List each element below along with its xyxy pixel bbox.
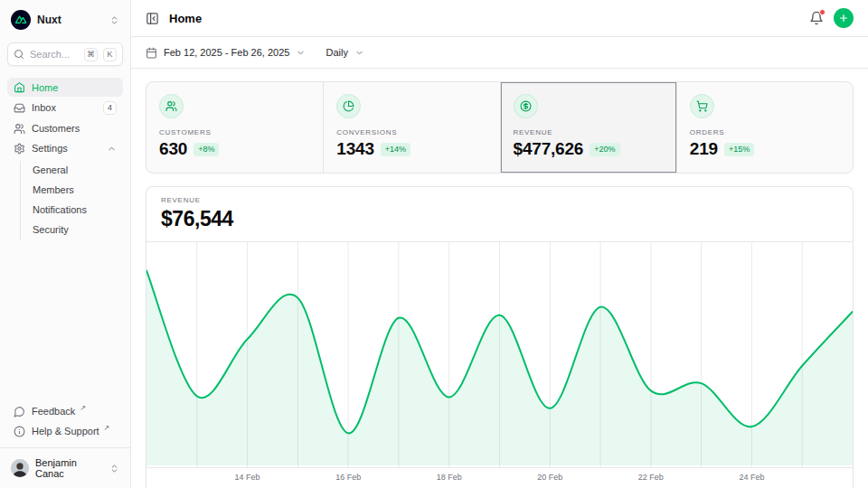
search-placeholder: Search...	[30, 49, 79, 60]
filter-bar: Feb 12, 2025 - Feb 26, 2025 Daily	[131, 37, 868, 69]
info-icon	[14, 426, 25, 437]
help-support-link[interactable]: Help & Support ↗	[7, 421, 123, 441]
stat-delta-badge: +15%	[724, 143, 754, 156]
chart-x-axis: 14 Feb16 Feb18 Feb20 Feb22 Feb24 Feb	[146, 467, 853, 488]
inbox-count-badge: 4	[103, 101, 117, 115]
x-axis-label: 22 Feb	[638, 473, 664, 482]
external-link-icon: ↗	[80, 405, 86, 412]
sidebar-item-members[interactable]: Members	[21, 181, 123, 200]
sidebar-item-label: Settings	[32, 143, 68, 154]
feedback-link[interactable]: Feedback ↗	[7, 401, 123, 421]
sidebar-divider	[0, 447, 130, 448]
collapse-sidebar-button[interactable]	[146, 12, 159, 25]
stat-value: $477,626	[514, 139, 584, 159]
stat-value: 630	[159, 139, 187, 159]
sidebar-item-settings[interactable]: Settings	[7, 139, 123, 158]
stat-card-orders[interactable]: ORDERS 219 +15%	[676, 82, 853, 173]
date-range-picker[interactable]: Feb 12, 2025 - Feb 26, 2025	[146, 47, 306, 59]
sidebar-spacer	[7, 239, 123, 401]
page-title: Home	[169, 12, 202, 25]
chevron-down-icon	[296, 48, 306, 58]
revenue-area-chart[interactable]	[146, 242, 853, 467]
main-area: Home Feb 12, 2025 - Feb 26, 2025 Daily	[131, 0, 868, 488]
gear-icon	[14, 143, 25, 155]
stat-label: CONVERSIONS	[336, 128, 486, 136]
stat-label: ORDERS	[690, 128, 840, 136]
users-icon	[159, 94, 184, 118]
stat-delta-badge: +14%	[381, 143, 410, 156]
search-input[interactable]: Search... ⌘ K	[7, 42, 123, 66]
sidebar-subitem-label: Security	[33, 224, 69, 235]
workspace-switcher[interactable]: Nuxt	[7, 7, 123, 33]
sidebar-item-notifications[interactable]: Notifications	[21, 201, 123, 220]
chevron-down-icon	[354, 48, 364, 58]
chart-metric-value: $76,544	[161, 207, 838, 231]
external-link-icon: ↗	[104, 425, 110, 432]
stat-card-customers[interactable]: CUSTOMERS 630 +8%	[146, 82, 323, 173]
pie-chart-icon	[336, 94, 361, 118]
interval-value: Daily	[326, 47, 347, 58]
x-axis-label: 20 Feb	[537, 473, 562, 482]
date-range-value: Feb 12, 2025 - Feb 26, 2025	[164, 47, 289, 58]
search-icon	[14, 49, 24, 60]
sidebar-item-customers[interactable]: Customers	[7, 119, 123, 138]
x-axis-label: 24 Feb	[739, 473, 764, 482]
user-name: Benjamin Canac	[35, 457, 103, 479]
top-header: Home	[131, 0, 868, 37]
notification-dot	[819, 9, 826, 15]
x-axis-label: 16 Feb	[335, 473, 361, 482]
sidebar-subitem-label: Notifications	[33, 204, 87, 215]
stat-delta-badge: +8%	[193, 143, 219, 156]
sidebar-subitem-label: General	[33, 164, 68, 175]
sidebar: Nuxt Search... ⌘ K Home Inbox 4	[0, 0, 131, 488]
settings-subnav: General Members Notifications Security	[20, 161, 123, 239]
dollar-circle-icon	[514, 94, 538, 118]
notifications-button[interactable]	[809, 11, 824, 25]
cart-icon	[690, 94, 714, 118]
user-menu[interactable]: Benjamin Canac	[7, 455, 123, 481]
workspace-name: Nuxt	[37, 14, 103, 26]
sidebar-item-label: Customers	[32, 123, 80, 134]
kbd-cmd: ⌘	[84, 48, 98, 61]
stat-value: 1343	[336, 139, 374, 159]
chevrons-up-down-icon	[109, 464, 119, 474]
chevron-up-icon	[107, 144, 117, 154]
add-button[interactable]	[834, 8, 854, 28]
chart-metric-label: REVENUE	[161, 196, 838, 204]
revenue-chart-card: REVENUE $76,544 14 Feb16 Feb18 Feb20 Feb…	[146, 186, 854, 488]
chevrons-up-down-icon	[109, 15, 119, 25]
sidebar-nav: Home Inbox 4 Customers Settings Ge	[7, 78, 123, 239]
interval-select[interactable]: Daily	[326, 47, 363, 58]
feedback-label: Feedback	[32, 406, 75, 417]
nuxt-logo-icon	[11, 10, 31, 30]
stat-label: CUSTOMERS	[159, 128, 310, 136]
stat-label: REVENUE	[514, 128, 664, 136]
help-support-label: Help & Support	[32, 426, 99, 436]
avatar	[11, 459, 29, 477]
sidebar-item-general[interactable]: General	[21, 161, 123, 180]
x-axis-label: 14 Feb	[235, 473, 260, 482]
sidebar-item-inbox[interactable]: Inbox 4	[7, 98, 123, 118]
sidebar-subitem-label: Members	[33, 184, 74, 195]
x-axis-label: 18 Feb	[437, 473, 462, 482]
page-content: CUSTOMERS 630 +8% CONVERSIONS 1343 +14%	[131, 69, 868, 488]
calendar-icon	[146, 47, 157, 59]
kbd-k: K	[103, 48, 117, 61]
stat-delta-badge: +20%	[590, 143, 619, 156]
chat-bubble-icon	[14, 406, 25, 418]
chart-header: REVENUE $76,544	[146, 187, 853, 242]
stat-value: 219	[690, 139, 718, 159]
stat-card-revenue[interactable]: REVENUE $477,626 +20%	[500, 82, 676, 173]
sidebar-item-home[interactable]: Home	[7, 78, 123, 97]
sidebar-item-security[interactable]: Security	[21, 221, 123, 239]
inbox-icon	[14, 102, 25, 114]
sidebar-item-label: Home	[32, 82, 58, 93]
stat-card-conversions[interactable]: CONVERSIONS 1343 +14%	[323, 82, 499, 173]
users-icon	[14, 123, 25, 135]
stats-row: CUSTOMERS 630 +8% CONVERSIONS 1343 +14%	[146, 81, 854, 174]
sidebar-item-label: Inbox	[32, 102, 56, 113]
home-icon	[14, 81, 25, 93]
